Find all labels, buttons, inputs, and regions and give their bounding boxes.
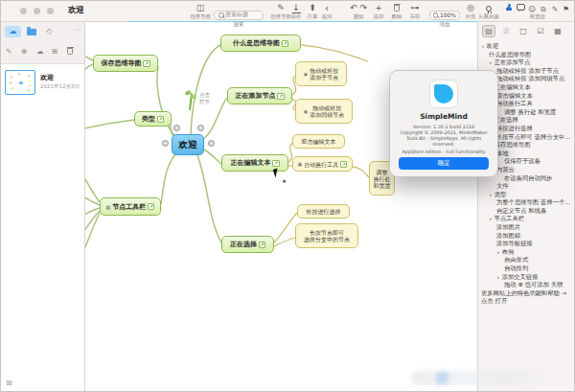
- close-window-button[interactable]: [20, 8, 27, 14]
- outline-row[interactable]: ∨类型: [478, 191, 575, 199]
- node-adding-nodes[interactable]: 正在添加节点↗: [227, 87, 292, 104]
- link-icon: ↗: [277, 93, 284, 100]
- ok-button[interactable]: 确定: [399, 157, 489, 170]
- outline-tab-icon[interactable]: ▤: [482, 25, 495, 37]
- zoom-control[interactable]: 100% 缩放: [429, 3, 460, 27]
- active-document-underline: [128, 21, 477, 23]
- new-doc-icon[interactable]: ✎: [6, 47, 12, 56]
- delete-doc-icon[interactable]: [67, 47, 73, 56]
- outline-row[interactable]: 更多网站上的特色功能和帮助 →: [478, 289, 575, 298]
- outline-row-label: 内置云: [496, 166, 515, 173]
- node-handle[interactable]: +: [197, 125, 204, 131]
- chevron-down-icon[interactable]: ∨: [481, 43, 485, 50]
- blurred-watermark: [411, 366, 555, 389]
- calendar-tab-icon[interactable]: ▦: [551, 25, 564, 37]
- flag-icon[interactable]: ⚑: [562, 4, 570, 14]
- grid-view-icon[interactable]: ⊞: [6, 379, 12, 387]
- outline-row-label: 在设备间自动同步: [504, 174, 552, 181]
- hint-text: 点击 打开: [199, 92, 210, 104]
- node-center-welcome[interactable]: 欢迎: [172, 134, 204, 155]
- minimize-window-button[interactable]: [34, 8, 40, 14]
- cloud-tab[interactable]: ☁: [5, 26, 21, 37]
- node-handle[interactable]: +: [208, 140, 215, 147]
- folder-tab[interactable]: [23, 26, 39, 37]
- add-node-button[interactable]: + 添加: [369, 3, 388, 19]
- new-folder-icon[interactable]: ⊕: [21, 47, 27, 56]
- outline-row-label: 自动换行工具: [496, 100, 533, 106]
- outline-row[interactable]: 什么是思维导图: [478, 51, 575, 59]
- outline-row[interactable]: ∨欢迎: [478, 42, 575, 51]
- checkbox-tab-icon[interactable]: ☑: [534, 25, 547, 37]
- brainstorm-button[interactable]: 头脑风暴: [476, 3, 501, 19]
- outline-row[interactable]: ∨正在添加节点: [478, 58, 575, 67]
- undo-icon[interactable]: ↶: [350, 3, 357, 12]
- more-options-icon[interactable]: ⋯: [74, 26, 80, 34]
- outline-row-label: 文件: [496, 182, 509, 189]
- sidebar-toggle-icon: ◫: [189, 3, 212, 13]
- documents-panel: ☁ ◇ ⋯ ✎ ⊕ ☁ ⊞ 欢迎 2021年12月2日 ⊞: [1, 22, 85, 392]
- node-tap-select[interactable]: 轻按进行选择: [297, 204, 350, 219]
- title-bar: 欢迎 ◫ 思维导图 搜索标题 搜索 ✎ 思维导图 ↓ 保存 ⬆ 共享 ‹ 返回: [1, 1, 575, 22]
- outline-row[interactable]: 点击 打开: [478, 297, 575, 306]
- pen-icon[interactable]: ✎: [550, 4, 559, 14]
- node-double-click-edit[interactable]: 双击编辑文本: [292, 134, 345, 149]
- outline-row[interactable]: ∨布局: [478, 248, 575, 257]
- image-tab-icon[interactable]: ⛆: [499, 25, 513, 37]
- mindmaps-panel-button[interactable]: ◫ 思维导图: [189, 3, 212, 19]
- delete-button[interactable]: 删除: [387, 3, 406, 19]
- outline-row-label: 拖动或轻按 添加同级节点: [496, 75, 564, 81]
- inspector-group[interactable]: ☺ ⧉ ✎ ⚑ 检查器: [503, 3, 572, 19]
- chevron-down-icon[interactable]: ∨: [489, 192, 493, 198]
- outline-row[interactable]: 自定义节点 和线条: [478, 207, 575, 216]
- outline-row-label: 轻按进行选择: [496, 125, 533, 131]
- dot-icon: ◉: [304, 71, 308, 78]
- outline-row-label: 自由形式: [504, 256, 528, 263]
- search-field[interactable]: 搜索标题 搜索: [214, 3, 264, 27]
- node-handle[interactable]: +: [162, 140, 169, 147]
- node-long-press-select[interactable]: 长按节点即可选择分支中的节点: [295, 223, 358, 248]
- node-selecting[interactable]: 正在选择↗: [221, 236, 274, 253]
- wrap-icon: ▣: [298, 161, 303, 168]
- relation-button[interactable]: ⊶ 关联: [405, 3, 425, 19]
- node-wrap-tool[interactable]: ▣自动换行工具↗: [292, 156, 353, 172]
- document-list-item[interactable]: 欢迎 2021年12月2日: [3, 70, 83, 106]
- outline-row[interactable]: 为整个思维导图 选择一个…: [478, 198, 575, 207]
- node-what-is-mindmap[interactable]: 什么是思维导图↗: [220, 35, 301, 52]
- shape-tab-icon[interactable]: □: [517, 25, 530, 37]
- outline-row-label: 布局: [502, 248, 515, 255]
- zoom-window-button[interactable]: [47, 8, 54, 14]
- style-person-icon[interactable]: [505, 3, 514, 14]
- search-input[interactable]: 搜索标题: [214, 11, 264, 20]
- outline-row[interactable]: 拖动 ⊕ 也可添加 关联: [478, 281, 575, 289]
- chevron-down-icon[interactable]: ∨: [496, 273, 500, 280]
- outline-row[interactable]: 文件: [478, 182, 575, 191]
- cloud-upload-icon[interactable]: ☁: [36, 47, 44, 56]
- node-drag-add-sibling[interactable]: ◉ 拖动或轻按添加同级节点: [295, 99, 353, 124]
- node-save-mindmap[interactable]: 保存思维导图↗: [93, 55, 158, 72]
- outline-row[interactable]: 自由形式: [478, 256, 575, 265]
- outline-row-label: 点击 打开: [481, 297, 507, 304]
- redo-icon[interactable]: ↷: [359, 3, 367, 12]
- outline-row[interactable]: 自动排列: [478, 265, 575, 273]
- chevron-down-icon[interactable]: ∨: [496, 249, 500, 256]
- outline-row-label: 长按节点即可 选择分支中…: [496, 133, 571, 140]
- dot-icon: ◉: [304, 108, 308, 115]
- note-bubble-icon[interactable]: [517, 3, 525, 14]
- tag-tab[interactable]: ◇: [41, 26, 58, 37]
- outline-row[interactable]: ∨节点工具栏: [478, 215, 575, 223]
- outline-row[interactable]: ∨添加交叉链接: [478, 273, 575, 282]
- outline-row[interactable]: 添加导航链接: [478, 240, 575, 248]
- chevron-down-icon[interactable]: ∨: [489, 59, 493, 66]
- node-type[interactable]: 类型↗: [134, 111, 172, 127]
- back-button[interactable]: ‹ 返回: [317, 3, 336, 19]
- import-icon[interactable]: ⊞: [52, 47, 58, 56]
- node-editing-text[interactable]: 正在编辑文本↗: [221, 154, 288, 172]
- node-node-toolbar[interactable]: ▦节点工具栏↗: [100, 197, 161, 216]
- outline-row[interactable]: 添加图片: [478, 223, 575, 232]
- about-dialog: SimpleMind Version: 1.30.2 build 2318 Co…: [389, 70, 498, 177]
- link-icon: ↗: [143, 60, 150, 67]
- outline-row[interactable]: 添加图标: [478, 232, 575, 241]
- node-drag-add-child[interactable]: ◉ 拖动或轻按添加子节点: [295, 61, 347, 86]
- node-handle[interactable]: +: [173, 125, 180, 131]
- chevron-down-icon[interactable]: ∨: [489, 216, 493, 222]
